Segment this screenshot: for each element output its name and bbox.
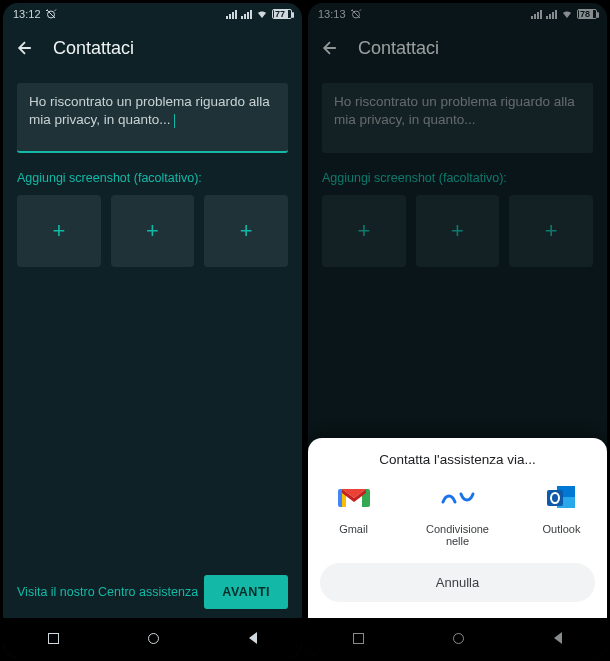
back-nav-icon[interactable]	[249, 632, 257, 644]
home-icon[interactable]	[148, 633, 159, 644]
sheet-apps: Gmail Condivisione nelle Outlook	[319, 479, 597, 547]
app-label: Condivisione nelle	[423, 523, 493, 547]
nearby-share-icon	[439, 479, 477, 517]
wifi-icon	[256, 8, 268, 20]
share-app-outlook[interactable]: Outlook	[527, 479, 597, 547]
app-label: Gmail	[339, 523, 368, 535]
signal-icon	[226, 10, 237, 19]
phone-left: 13:12 77 Contattaci Ho riscontrato un pr…	[0, 0, 305, 661]
next-button[interactable]: AVANTI	[204, 575, 288, 609]
page-title: Contattaci	[53, 38, 134, 59]
share-app-gmail[interactable]: Gmail	[319, 479, 389, 547]
battery-icon: 77	[272, 9, 292, 19]
message-input[interactable]: Ho riscontrato un problema riguardo alla…	[17, 83, 288, 153]
android-nav-bar	[3, 618, 302, 658]
plus-icon: +	[146, 218, 159, 244]
app-bar: Contattaci	[3, 25, 302, 71]
cancel-button[interactable]: Annulla	[320, 563, 595, 602]
add-screenshot-label: Aggiungi screenshot (facoltativo):	[17, 171, 288, 185]
plus-icon: +	[52, 218, 65, 244]
screenshot-slots: + + +	[17, 195, 288, 267]
add-screenshot-slot[interactable]: +	[204, 195, 288, 267]
plus-icon: +	[240, 218, 253, 244]
bottom-bar: Visita il nostro Centro assistenza AVANT…	[3, 566, 302, 618]
outlook-icon	[543, 479, 581, 517]
status-bar: 13:12 77	[3, 3, 302, 25]
share-sheet: Contatta l'assistenza via... Gmail Condi…	[308, 438, 607, 618]
back-arrow-icon[interactable]	[15, 38, 35, 58]
alarm-off-icon	[45, 8, 57, 20]
clock: 13:12	[13, 8, 41, 20]
recent-apps-icon[interactable]	[48, 633, 59, 644]
phone-right: 13:13 78 Contattaci Ho riscontrato un pr…	[305, 0, 610, 661]
sheet-title: Contatta l'assistenza via...	[379, 452, 535, 467]
gmail-icon	[335, 479, 373, 517]
message-text: Ho riscontrato un problema riguardo alla…	[29, 94, 270, 127]
share-app-nearby[interactable]: Condivisione nelle	[423, 479, 493, 547]
add-screenshot-slot[interactable]: +	[17, 195, 101, 267]
help-center-link[interactable]: Visita il nostro Centro assistenza	[17, 585, 198, 599]
content-area: Ho riscontrato un problema riguardo alla…	[3, 71, 302, 566]
signal-icon	[241, 10, 252, 19]
app-label: Outlook	[543, 523, 581, 535]
text-cursor	[174, 114, 175, 128]
add-screenshot-slot[interactable]: +	[111, 195, 195, 267]
